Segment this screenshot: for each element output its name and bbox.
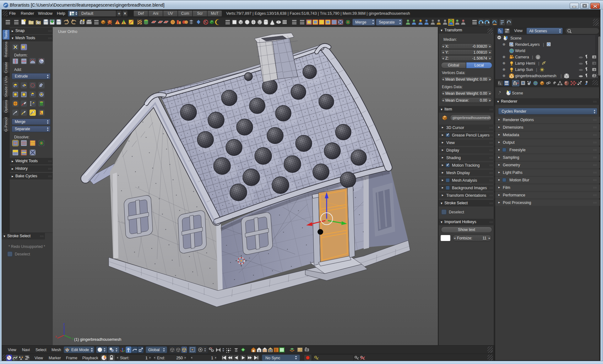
svg-text:Edit Mode: Edit Mode bbox=[71, 348, 89, 352]
svg-text:Frame: Frame bbox=[66, 356, 77, 360]
svg-text:Navi: Navi bbox=[22, 348, 30, 352]
svg-text:250: 250 bbox=[176, 356, 183, 360]
svg-text:1: 1 bbox=[145, 356, 148, 360]
svg-text:Playback: Playback bbox=[82, 356, 98, 360]
svg-text:Separate: Separate bbox=[379, 20, 395, 24]
svg-text:End:: End: bbox=[157, 356, 165, 360]
svg-text:Mesh: Mesh bbox=[52, 348, 61, 352]
svg-text:Marker: Marker bbox=[49, 356, 61, 360]
svg-text:1: 1 bbox=[211, 356, 213, 360]
svg-text:Start:: Start: bbox=[120, 356, 129, 360]
svg-text:z: z bbox=[63, 322, 65, 326]
svg-text:Global: Global bbox=[148, 348, 160, 352]
svg-text:y: y bbox=[72, 336, 74, 340]
svg-text:No Sync: No Sync bbox=[265, 356, 280, 360]
svg-text:x: x bbox=[55, 335, 57, 338]
svg-text:View: View bbox=[8, 348, 17, 352]
svg-text:View: View bbox=[35, 356, 43, 360]
svg-text:Select: Select bbox=[35, 348, 46, 352]
svg-text:Merge: Merge bbox=[355, 20, 366, 24]
